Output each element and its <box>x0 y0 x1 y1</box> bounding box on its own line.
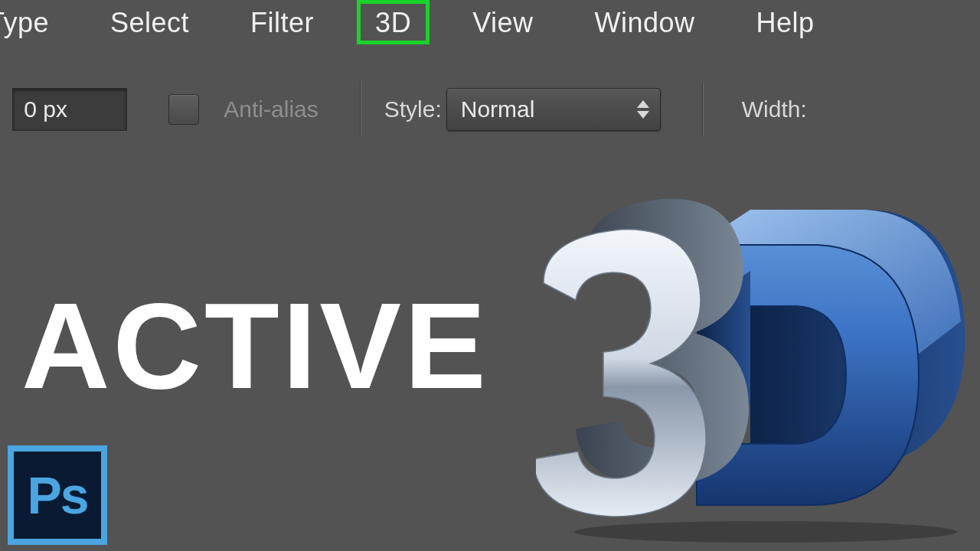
menu-item-help[interactable]: Help <box>726 2 845 44</box>
style-dropdown[interactable]: Normal <box>446 88 661 131</box>
overlay-title-active: ACTIVE <box>21 276 489 416</box>
three-d-logo-icon <box>536 184 965 543</box>
photoshop-badge-icon: Ps <box>8 445 107 545</box>
feather-suffix: : <box>0 96 2 122</box>
menu-item-select[interactable]: Select <box>80 2 220 44</box>
svg-point-0 <box>574 521 957 543</box>
menu-item-filter[interactable]: Filter <box>220 2 345 44</box>
menu-item-window[interactable]: Window <box>564 2 726 44</box>
separator <box>360 82 361 137</box>
options-bar: : 0 px Anti-alias Style: Normal Width: <box>0 67 980 152</box>
menu-item-3d[interactable]: 3D <box>345 2 442 44</box>
anti-alias-label: Anti-alias <box>224 96 318 122</box>
style-dropdown-value: Normal <box>461 96 535 122</box>
menu-bar: Type Select Filter 3D View Window Help <box>0 0 980 46</box>
menu-item-type[interactable]: Type <box>0 2 80 44</box>
anti-alias-checkbox[interactable] <box>168 94 199 125</box>
feather-input[interactable]: 0 px <box>12 88 127 131</box>
style-label: Style: <box>384 96 442 122</box>
width-label: Width: <box>742 96 807 122</box>
photoshop-badge-label: Ps <box>27 465 87 525</box>
updown-icon <box>637 100 649 119</box>
menu-item-view[interactable]: View <box>442 2 564 44</box>
separator <box>702 82 704 137</box>
